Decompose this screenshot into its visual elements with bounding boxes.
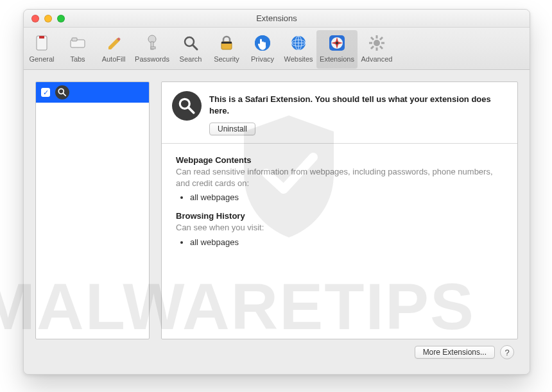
extensions-sidebar: ✓	[35, 81, 150, 339]
content-area: ✓ This is a Safari Extension. You should…	[24, 70, 530, 374]
toolbar-tabs[interactable]: Tabs	[60, 30, 96, 69]
extensions-icon	[327, 33, 347, 53]
svg-rect-1	[39, 36, 44, 38]
permissions-section: Webpage Contents Can read sensitive info…	[162, 144, 517, 268]
extension-header: This is a Safari Extension. You should t…	[162, 82, 517, 144]
permission-item: all webpages	[190, 192, 503, 202]
toolbar-label: Privacy	[251, 55, 274, 64]
svg-line-32	[371, 46, 374, 49]
svg-line-36	[188, 107, 194, 113]
extension-title-block: This is a Safari Extension. You should t…	[209, 91, 507, 135]
panes: ✓ This is a Safari Extension. You should…	[35, 81, 518, 339]
toolbar-label: AutoFill	[102, 55, 126, 64]
permission-description: Can see when you visit:	[176, 222, 503, 234]
svg-line-34	[63, 93, 65, 96]
toolbar-security[interactable]: Security	[209, 30, 245, 69]
toolbar-label: Websites	[284, 55, 313, 64]
svg-rect-3	[72, 38, 77, 41]
svg-line-30	[380, 46, 383, 49]
svg-line-10	[193, 45, 197, 49]
extension-enabled-checkbox[interactable]: ✓	[41, 88, 50, 97]
preferences-toolbar: General Tabs AutoFill Passwords Search	[24, 28, 530, 70]
toolbar-label: Passwords	[135, 55, 169, 64]
titlebar: Extensions	[24, 10, 530, 28]
window-title: Extensions	[24, 13, 530, 23]
search-icon	[172, 91, 202, 121]
permission-list: all webpages	[190, 237, 503, 247]
toolbar-passwords[interactable]: Passwords	[132, 30, 173, 69]
search-icon	[55, 85, 69, 99]
toolbar-privacy[interactable]: Privacy	[245, 30, 280, 69]
privacy-icon	[252, 33, 273, 53]
permission-title: Browsing History	[176, 211, 503, 221]
svg-point-23	[336, 42, 338, 44]
help-button[interactable]: ?	[500, 345, 514, 359]
autofill-icon	[103, 33, 124, 53]
passwords-icon	[142, 33, 162, 53]
toolbar-label: General	[29, 55, 54, 64]
websites-icon	[288, 33, 309, 53]
more-extensions-button[interactable]: More Extensions...	[415, 346, 495, 359]
toolbar-search[interactable]: Search	[173, 30, 209, 69]
svg-line-29	[371, 37, 374, 40]
svg-rect-8	[151, 47, 155, 49]
permission-item: all webpages	[190, 237, 503, 247]
toolbar-label: Security	[214, 55, 239, 64]
extension-detail-pane: This is a Safari Extension. You should t…	[161, 81, 518, 339]
extension-description: This is a Safari Extension. You should t…	[209, 94, 507, 116]
tabs-icon	[67, 33, 88, 53]
security-icon	[216, 33, 237, 53]
toolbar-advanced[interactable]: Advanced	[358, 30, 396, 69]
toolbar-autofill[interactable]: AutoFill	[96, 30, 132, 69]
permission-block: Browsing History Can see when you visit:…	[176, 211, 503, 247]
advanced-icon	[367, 33, 387, 53]
toolbar-label: Extensions	[320, 55, 354, 64]
svg-point-24	[374, 40, 380, 46]
toolbar-label: Tabs	[70, 55, 85, 64]
toolbar-label: Advanced	[361, 55, 393, 64]
sidebar-item-extension[interactable]: ✓	[36, 82, 149, 103]
toolbar-extensions[interactable]: Extensions	[316, 30, 358, 69]
toolbar-websites[interactable]: Websites	[280, 30, 316, 69]
toolbar-label: Search	[180, 55, 202, 64]
general-icon	[31, 33, 52, 53]
footer-bar: More Extensions... ?	[35, 339, 518, 365]
permission-title: Webpage Contents	[176, 155, 503, 165]
search-icon	[180, 33, 201, 53]
svg-rect-12	[221, 42, 232, 44]
permission-list: all webpages	[190, 192, 503, 202]
svg-line-31	[380, 37, 383, 40]
preferences-window: Extensions General Tabs AutoFill Pa	[23, 9, 530, 375]
permission-description: Can read sensitive information from webp…	[176, 166, 503, 189]
toolbar-general[interactable]: General	[24, 30, 60, 69]
permission-block: Webpage Contents Can read sensitive info…	[176, 155, 503, 202]
uninstall-button[interactable]: Uninstall	[209, 123, 255, 135]
